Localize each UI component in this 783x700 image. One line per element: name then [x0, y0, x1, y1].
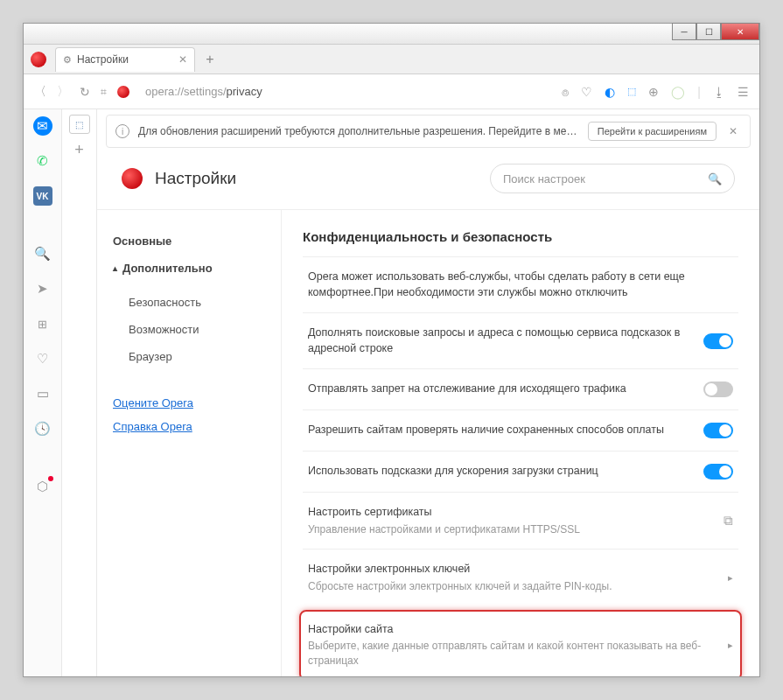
- address-bar: 〈 〉 ↻ ⌗ opera://settings/privacy ⌾ ♡ ◐ ⬚…: [24, 74, 759, 109]
- opera-menu-button[interactable]: [31, 52, 46, 67]
- history-icon[interactable]: 🕓: [33, 419, 52, 438]
- section-heading: Конфиденциальность и безопасность: [303, 229, 738, 244]
- opera-favicon: [117, 86, 129, 98]
- vk-icon[interactable]: VK: [33, 186, 52, 206]
- nav-advanced[interactable]: ▴ Дополнительно: [113, 262, 265, 275]
- page-content: i Для обновления расширений требуются до…: [97, 109, 759, 676]
- toolbar-right: ⌾ ♡ ◐ ⬚ ⊕ ◯ | ⭳ ☰: [562, 85, 749, 99]
- chevron-right-icon: ▸: [728, 572, 733, 584]
- speed-dial-sidebar-icon[interactable]: ⊞: [33, 314, 52, 333]
- flow-icon[interactable]: ➤: [33, 279, 52, 298]
- search-placeholder: Поиск настроек: [503, 172, 585, 186]
- setting-autocomplete[interactable]: Дополнять поисковые запросы и адреса с п…: [303, 312, 738, 368]
- notification-close-button[interactable]: ✕: [725, 125, 741, 137]
- address-field[interactable]: opera://settings/privacy: [117, 85, 551, 98]
- tab-title: Настройки: [77, 53, 129, 66]
- rate-opera-link[interactable]: Оцените Opera: [113, 391, 265, 415]
- snapshot-icon[interactable]: ⌾: [562, 85, 569, 99]
- extensions-sidebar-icon[interactable]: ⬡: [33, 477, 52, 496]
- help-opera-link[interactable]: Справка Opera: [113, 415, 265, 438]
- nav-features[interactable]: Возможности: [113, 316, 265, 343]
- translate-icon[interactable]: ⬚: [627, 86, 636, 97]
- setting-certificates[interactable]: Настроить сертификаты Управление настрой…: [303, 492, 738, 549]
- search-icon: 🔍: [708, 172, 722, 186]
- setting-preload[interactable]: Использовать подсказки для ускорения заг…: [303, 451, 738, 492]
- speed-dial-icon[interactable]: ⌗: [101, 86, 107, 98]
- vpn-icon[interactable]: ⊕: [648, 85, 659, 99]
- page-title: Настройки: [155, 169, 236, 188]
- go-to-extensions-button[interactable]: Перейти к расширениям: [588, 122, 717, 141]
- close-window-button[interactable]: ✕: [721, 23, 759, 40]
- settings-nav: Основные ▴ Дополнительно Безопасность Во…: [97, 210, 281, 676]
- adblock-icon[interactable]: ◐: [605, 85, 615, 99]
- minimize-button[interactable]: ─: [672, 23, 696, 40]
- heart-icon[interactable]: ♡: [581, 85, 592, 99]
- new-tab-button[interactable]: +: [200, 50, 220, 69]
- reload-button[interactable]: ↻: [80, 85, 90, 99]
- notification-text: Для обновления расширений требуются допо…: [138, 125, 579, 137]
- forward-button[interactable]: 〉: [57, 84, 69, 100]
- settings-header: Настройки Поиск настроек 🔍: [97, 148, 759, 209]
- vertical-tabs: ⬚ +: [62, 109, 97, 676]
- setting-site-settings[interactable]: Настройки сайта Выберите, какие данные о…: [299, 610, 742, 676]
- info-icon: i: [115, 124, 129, 138]
- opera-logo-icon: [122, 168, 143, 189]
- news-icon[interactable]: ▭: [33, 384, 52, 403]
- sidebar: ✉ ✆ VK 🔍 ➤ ⊞ ♡ ▭ 🕓 ⬡: [24, 109, 62, 676]
- whatsapp-icon[interactable]: ✆: [33, 151, 52, 171]
- easy-setup-icon[interactable]: ☰: [738, 85, 749, 99]
- tab-settings[interactable]: ⚙ Настройки ✕: [55, 47, 195, 72]
- tab-bar: ⚙ Настройки ✕ +: [24, 45, 759, 74]
- search-sidebar-icon[interactable]: 🔍: [33, 244, 52, 263]
- settings-panel: Конфиденциальность и безопасность Opera …: [281, 210, 759, 676]
- nav-browser[interactable]: Браузер: [113, 343, 265, 370]
- window-controls: ─ ☐ ✕: [672, 23, 759, 40]
- back-button[interactable]: 〈: [34, 84, 46, 100]
- profile-icon[interactable]: ◯: [671, 85, 685, 99]
- chevron-up-icon: ▴: [113, 263, 117, 273]
- download-icon[interactable]: ⭳: [713, 85, 725, 99]
- nav-basic[interactable]: Основные: [113, 234, 265, 248]
- notification-bar: i Для обновления расширений требуются до…: [106, 115, 751, 148]
- privacy-intro-row: Opera может использовать веб-службы, что…: [303, 256, 738, 312]
- external-link-icon: ⧉: [724, 513, 733, 528]
- mini-tab-translate[interactable]: ⬚: [69, 115, 90, 134]
- maximize-button[interactable]: ☐: [696, 23, 721, 40]
- browser-window: ─ ☐ ✕ ⚙ Настройки ✕ + 〈 〉 ↻ ⌗ opera://se…: [23, 23, 760, 677]
- toggle-autocomplete[interactable]: [703, 333, 733, 349]
- toggle-do-not-track[interactable]: [703, 382, 733, 397]
- gear-icon: ⚙: [63, 54, 72, 66]
- window-titlebar: ─ ☐ ✕: [24, 24, 759, 45]
- setting-payment-check[interactable]: Разрешить сайтам проверять наличие сохра…: [303, 410, 738, 451]
- add-workspace-button[interactable]: +: [74, 141, 84, 159]
- setting-security-keys[interactable]: Настройки электронных ключей Сбросьте на…: [303, 549, 738, 606]
- setting-do-not-track[interactable]: Отправлять запрет на отслеживание для ис…: [303, 368, 738, 410]
- toggle-preload[interactable]: [703, 464, 733, 480]
- heart-sidebar-icon[interactable]: ♡: [33, 349, 52, 368]
- messenger-icon[interactable]: ✉: [33, 116, 52, 136]
- settings-search-input[interactable]: Поиск настроек 🔍: [490, 164, 735, 193]
- toggle-payment-check[interactable]: [703, 423, 733, 438]
- tab-close-button[interactable]: ✕: [178, 53, 187, 66]
- nav-security[interactable]: Безопасность: [113, 289, 265, 316]
- chevron-right-icon: ▸: [728, 640, 733, 651]
